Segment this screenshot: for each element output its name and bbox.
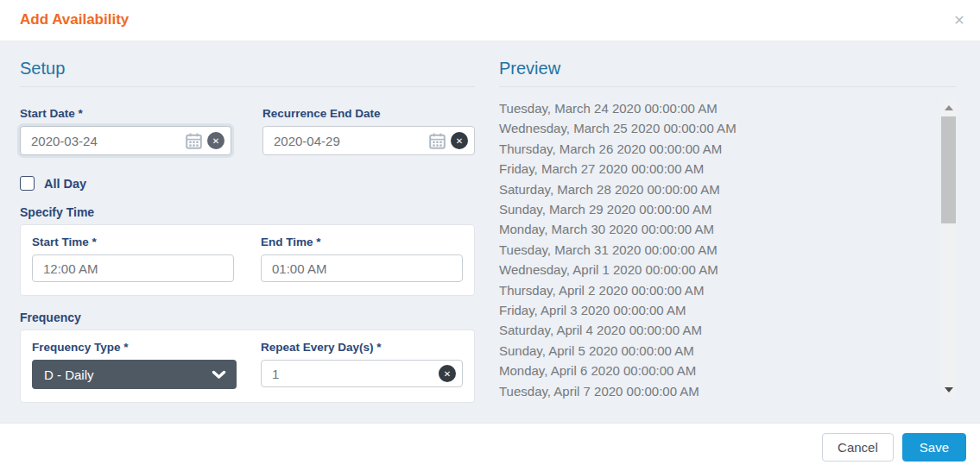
save-button[interactable]: Save — [902, 433, 966, 462]
close-icon[interactable]: ✕ — [949, 9, 970, 30]
frequency-type-label: Frequency Type * — [32, 341, 234, 354]
specify-time-panel: Start Time * End Time * — [20, 224, 475, 296]
cancel-button[interactable]: Cancel — [822, 433, 894, 462]
frequency-type-select[interactable]: D - Daily — [32, 360, 237, 389]
preview-date-item: Wednesday, April 1 2020 00:00:00 AM — [499, 260, 932, 279]
repeat-every-field: Repeat Every Day(s) * ✕ — [261, 341, 463, 389]
frequency-type-field: Frequency Type * D - Daily — [32, 341, 234, 389]
dialog-body: Setup Start Date * — [0, 41, 980, 423]
all-day-label: All Day — [44, 177, 86, 191]
repeat-every-label: Repeat Every Day(s) * — [261, 341, 463, 354]
start-time-field: Start Time * — [32, 236, 234, 282]
start-time-label: Start Time * — [32, 236, 234, 248]
frequency-fields-row: Frequency Type * D - Daily Repeat Every … — [32, 341, 463, 389]
preview-date-item: Sunday, April 5 2020 00:00:00 AM — [499, 341, 932, 361]
end-time-label: End Time * — [261, 236, 463, 248]
recurrence-end-date-label: Recurrence End Date — [262, 107, 475, 120]
scroll-up-icon[interactable] — [941, 100, 956, 115]
recurrence-end-date-field: Recurrence End Date — [262, 107, 475, 155]
repeat-every-input[interactable] — [261, 360, 463, 387]
preview-date-item: Saturday, March 28 2020 00:00:00 AM — [499, 179, 932, 199]
preview-scrollbar[interactable] — [941, 100, 956, 397]
start-date-field: Start Date * — [20, 107, 231, 155]
preview-date-item: Tuesday, March 24 2020 00:00:00 AM — [499, 98, 932, 118]
frequency-heading: Frequency — [20, 311, 475, 324]
recurrence-end-date-input-wrap: ✕ — [262, 126, 475, 155]
chevron-down-icon — [212, 370, 226, 380]
time-fields-row: Start Time * End Time * — [32, 236, 463, 282]
preview-date-item: Tuesday, March 31 2020 00:00:00 AM — [499, 240, 932, 260]
preview-date-item: Thursday, April 2 2020 00:00:00 AM — [499, 280, 932, 300]
preview-date-item: Thursday, March 26 2020 00:00:00 AM — [499, 139, 932, 159]
setup-section: Setup Start Date * — [20, 57, 475, 403]
start-time-input[interactable] — [32, 254, 234, 282]
preview-date-item: Wednesday, March 25 2020 00:00:00 AM — [499, 118, 932, 138]
dialog-header: Add Availability ✕ — [0, 0, 980, 41]
preview-date-item: Friday, March 27 2020 00:00:00 AM — [499, 159, 932, 179]
preview-section: Preview Tuesday, March 24 2020 00:00:00 … — [499, 57, 956, 401]
all-day-checkbox[interactable] — [20, 176, 35, 191]
dialog-footer: Cancel Save — [0, 423, 980, 471]
dialog-title: Add Availability — [20, 11, 129, 28]
repeat-every-input-wrap: ✕ — [261, 360, 463, 387]
frequency-type-value: D - Daily — [44, 367, 94, 382]
preview-date-item: Friday, April 3 2020 00:00:00 AM — [499, 300, 932, 320]
preview-list-wrap: Tuesday, March 24 2020 00:00:00 AM Wedne… — [499, 98, 956, 401]
scrollbar-thumb[interactable] — [941, 116, 956, 223]
clear-icon[interactable]: ✕ — [439, 365, 456, 382]
clear-icon[interactable]: ✕ — [451, 132, 468, 149]
calendar-icon[interactable] — [186, 133, 202, 149]
frequency-panel: Frequency Type * D - Daily Repeat Every … — [20, 330, 475, 403]
end-time-field: End Time * — [261, 236, 463, 282]
start-date-label: Start Date * — [20, 107, 231, 120]
preview-date-item: Monday, April 6 2020 00:00:00 AM — [499, 361, 932, 380]
clear-icon[interactable]: ✕ — [207, 132, 224, 149]
specify-time-heading: Specify Time — [20, 205, 475, 219]
add-availability-dialog: Add Availability ✕ Setup Start Date * — [0, 0, 980, 471]
scroll-down-icon[interactable] — [941, 382, 956, 397]
preview-date-item: Sunday, March 29 2020 00:00:00 AM — [499, 199, 932, 219]
preview-date-item: Saturday, April 4 2020 00:00:00 AM — [499, 320, 932, 340]
preview-date-item: Monday, March 30 2020 00:00:00 AM — [499, 219, 932, 239]
end-time-input[interactable] — [261, 254, 463, 282]
preview-date-item: Tuesday, April 7 2020 00:00:00 AM — [499, 381, 932, 401]
all-day-row: All Day — [20, 176, 475, 191]
date-fields-row: Start Date * — [20, 107, 475, 155]
preview-heading: Preview — [499, 57, 956, 87]
start-date-icons: ✕ — [186, 126, 224, 155]
calendar-icon[interactable] — [429, 133, 446, 149]
repeat-every-icons: ✕ — [439, 360, 456, 387]
setup-heading: Setup — [20, 57, 475, 87]
recurrence-end-date-icons: ✕ — [429, 126, 468, 155]
preview-list: Tuesday, March 24 2020 00:00:00 AM Wedne… — [499, 98, 932, 401]
start-date-input-wrap: ✕ — [20, 126, 231, 155]
